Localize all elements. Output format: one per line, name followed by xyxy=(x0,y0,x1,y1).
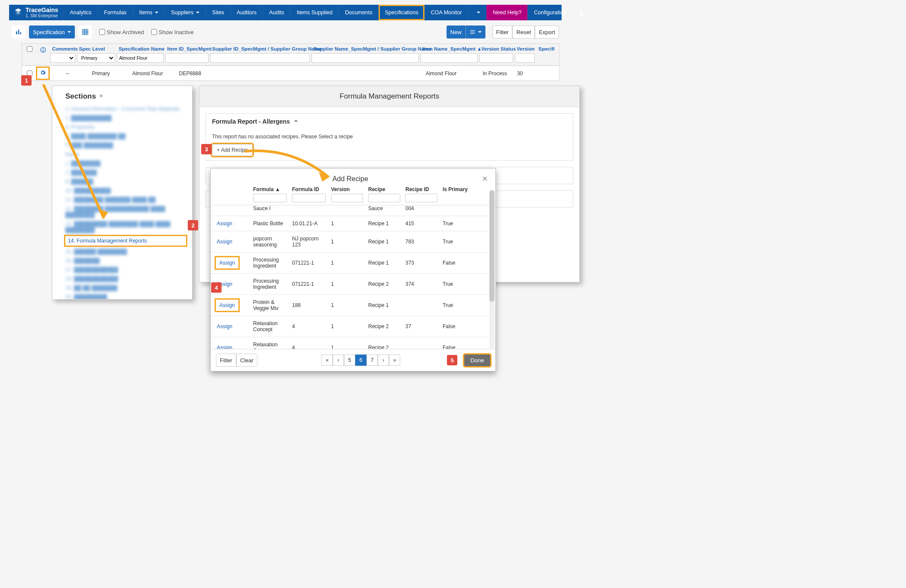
section-item-blurred[interactable]: 5. ███ ████████ xyxy=(65,142,186,148)
column-filter-input[interactable] xyxy=(117,53,164,63)
nav-item-specifications[interactable]: Specifications xyxy=(379,5,424,20)
modal-column-label[interactable]: Recipe ID xyxy=(405,186,437,192)
page-›[interactable]: › xyxy=(378,355,389,366)
modal-column-label[interactable]: Formula ID xyxy=(292,186,326,192)
nav-item-more[interactable] xyxy=(468,5,486,20)
nav-item-documents[interactable]: Documents xyxy=(338,5,378,20)
column-filter-input[interactable] xyxy=(165,53,209,63)
add-recipe-button[interactable]: + Add Recipe xyxy=(212,144,253,156)
column-filter-input[interactable]: Primary xyxy=(77,53,115,63)
nav-item-audits[interactable]: Audits xyxy=(263,5,290,20)
nav-item-auditors[interactable]: Auditors xyxy=(230,5,263,20)
column-filter-input[interactable] xyxy=(515,53,535,63)
modal-clear-button[interactable]: Clear xyxy=(236,354,257,367)
section-item-blurred[interactable]: 17. ████████████ xyxy=(65,267,186,273)
nav-item-analytics[interactable]: Analytics xyxy=(64,5,98,20)
nav-item-suppliers[interactable]: Suppliers xyxy=(164,5,206,20)
section-item-blurred[interactable]: 11. ████████ ███████ ████ ██ xyxy=(65,197,186,203)
modal-column-filter[interactable] xyxy=(292,194,326,202)
modal-column-label[interactable]: Formula ▲ xyxy=(253,186,287,192)
nav-item-items[interactable]: Items xyxy=(133,5,165,20)
column-label[interactable]: Item ID_SpecMgmt xyxy=(165,46,209,51)
section-item-blurred[interactable]: 15. ██████ ████████ xyxy=(65,249,186,255)
gear-icon[interactable] xyxy=(99,92,104,101)
column-label[interactable]: Item Name_SpecMgmt ▲ xyxy=(421,46,478,51)
section-item-blurred[interactable]: Name xyxy=(65,151,186,157)
section-item-blurred[interactable]: 4. ████ ████████ ██ xyxy=(65,133,186,139)
scrollbar[interactable] xyxy=(489,190,495,349)
report-card-title[interactable]: Formula Report - Allergens xyxy=(206,114,573,129)
section-item-blurred[interactable]: 20. █████████ xyxy=(65,294,186,300)
section-item-blurred[interactable]: 12. ████████ ████████████ ████ ████████ xyxy=(65,206,186,218)
grid-row[interactable]: –PrimaryAlmond FlourDEP8888Almond FlourI… xyxy=(22,66,559,80)
assign-link[interactable]: Assign xyxy=(217,258,238,268)
column-filter-input[interactable] xyxy=(210,53,310,63)
section-item-blurred[interactable]: 9. ██████ xyxy=(65,179,186,185)
nav-item-items-supplied[interactable]: Items Supplied xyxy=(290,5,339,20)
nav-item-sites[interactable]: Sites xyxy=(206,5,230,20)
done-button[interactable]: Done xyxy=(464,355,490,366)
section-item-blurred[interactable]: 18. ████████████ xyxy=(65,276,186,282)
gear-icon[interactable] xyxy=(38,69,48,78)
modal-column-label[interactable]: Version xyxy=(331,186,363,192)
column-label[interactable]: Supplier Name_SpecMgmt / Supplier Group … xyxy=(312,46,419,51)
column-label[interactable]: Version Status xyxy=(479,46,513,51)
specification-dropdown[interactable]: Specification xyxy=(29,26,75,38)
page-»[interactable]: » xyxy=(389,355,400,366)
section-item-blurred[interactable]: 19. ██ ██ ███████ xyxy=(65,285,186,291)
modal-column-filter[interactable] xyxy=(368,194,400,202)
info-icon[interactable]: ⓘ xyxy=(37,46,49,54)
modal-column-label[interactable]: Recipe xyxy=(368,186,400,192)
section-item-blurred[interactable]: 2. ███████ xyxy=(65,169,186,176)
modal-column-filter[interactable] xyxy=(405,194,437,202)
assign-link[interactable]: Assign xyxy=(217,220,232,227)
export-button[interactable]: Export xyxy=(535,26,559,38)
assign-link[interactable]: Assign xyxy=(217,300,238,310)
modal-column-label[interactable]: Is Primary xyxy=(443,186,472,192)
user-icon[interactable] xyxy=(572,5,590,20)
chart-icon-button[interactable] xyxy=(12,26,26,38)
grid-icon-button[interactable] xyxy=(78,26,92,38)
nav-item-formulas[interactable]: Formulas xyxy=(98,5,133,20)
column-label[interactable]: Spec Level xyxy=(77,46,115,51)
assign-link[interactable]: Assign xyxy=(217,323,232,329)
modal-column-filter[interactable] xyxy=(331,194,363,202)
assign-link[interactable]: Assign xyxy=(217,239,232,245)
close-icon[interactable]: ✕ xyxy=(482,175,488,183)
section-item-blurred[interactable]: 1. ████████ xyxy=(65,160,186,166)
section-item-blurred[interactable]: 3. Properties xyxy=(65,124,186,130)
show-archived-checkbox[interactable]: Show Archived xyxy=(99,29,144,35)
section-item-blurred[interactable]: 1. General Information - Consumer Raw Ma… xyxy=(65,106,186,112)
column-filter-input[interactable] xyxy=(50,53,75,63)
nav-item-coa-monitor[interactable]: COA Monitor xyxy=(424,5,468,20)
column-filter-input[interactable] xyxy=(479,53,513,63)
section-item-formula-reports[interactable]: 14. Formula Management Reports xyxy=(65,236,186,246)
section-item-blurred[interactable]: 13. █████████ ████████ ████ ████ ███████… xyxy=(65,221,186,233)
filter-button[interactable]: Filter xyxy=(492,26,513,38)
nav-item-need-help-[interactable]: Need Help? xyxy=(486,5,527,20)
column-label[interactable]: Specification Name xyxy=(117,46,164,51)
section-item-blurred[interactable]: 16. ███████ xyxy=(65,258,186,264)
section-item-blurred[interactable]: 2. ███████████ xyxy=(65,115,186,121)
column-filter-input[interactable] xyxy=(421,53,478,63)
nav-item-configuration[interactable]: Configuration xyxy=(527,5,572,20)
assign-link[interactable]: Assign xyxy=(217,345,232,349)
page-6[interactable]: 6 xyxy=(355,355,366,366)
page-«[interactable]: « xyxy=(321,355,333,366)
page-5[interactable]: 5 xyxy=(344,355,355,366)
reset-button[interactable]: Reset xyxy=(512,26,535,38)
section-item-blurred[interactable]: 10. ██████████ xyxy=(65,188,186,194)
column-label[interactable]: Version xyxy=(515,46,535,51)
page-7[interactable]: 7 xyxy=(366,355,378,366)
show-inactive-checkbox[interactable]: Show Inactive xyxy=(151,29,194,35)
select-all-checkbox[interactable] xyxy=(27,46,32,52)
column-label[interactable]: Comments xyxy=(50,46,75,51)
new-options-dropdown[interactable] xyxy=(466,26,485,38)
column-filter-input[interactable] xyxy=(312,53,419,63)
page-‹[interactable]: ‹ xyxy=(333,355,344,366)
column-label[interactable]: Supplier ID_SpecMgmt / Supplier Group Na… xyxy=(210,46,310,51)
modal-filter-button[interactable]: Filter xyxy=(216,354,236,367)
new-button[interactable]: New xyxy=(447,26,466,38)
modal-column-filter[interactable] xyxy=(253,194,287,202)
column-label[interactable]: Specifi xyxy=(537,46,557,51)
